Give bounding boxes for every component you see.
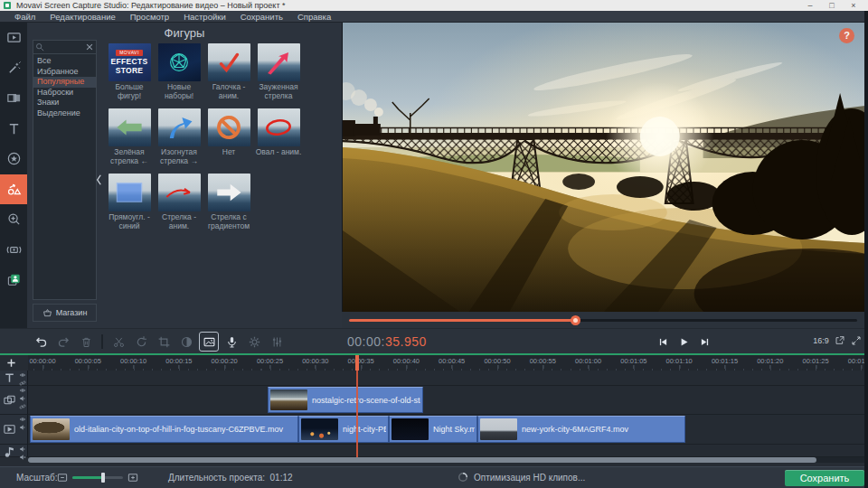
track-lane-video[interactable]: old-italian-city-on-top-of-hill-in-fog-t… <box>28 415 864 445</box>
shape-tile-check-anim[interactable]: Галочка - аним. <box>204 40 253 101</box>
category-popular[interactable]: Популярные <box>33 77 96 88</box>
menu-item-settings[interactable]: Настройки <box>176 11 233 23</box>
shapes-panel: Фигуры ВсеИзбранноеПопулярныеНаброскиЗна… <box>27 23 344 328</box>
eye-icon[interactable] <box>19 387 26 394</box>
sidebar-tool-filters[interactable] <box>0 53 27 84</box>
scrollbar-thumb[interactable] <box>28 457 816 463</box>
speaker-icon[interactable] <box>19 424 26 431</box>
menu-item-file[interactable]: Файл <box>7 11 42 23</box>
shape-tile-oval-anim[interactable]: Овал - аним. <box>254 105 303 166</box>
sidebar-tool-callouts[interactable] <box>0 265 27 296</box>
clip-thumbnail <box>480 418 517 440</box>
menu-item-edit[interactable]: Редактирование <box>42 11 122 23</box>
shape-tile-new-sets[interactable]: Новые наборы! <box>155 40 203 101</box>
clip-nostalgic-steam[interactable]: nostalgic-retro-scene-of-old-steam-engi <box>268 387 423 413</box>
sidebar-tool-titles[interactable] <box>0 114 27 145</box>
zoom-slider-fill <box>72 476 103 479</box>
zoom-in-button[interactable] <box>127 472 139 483</box>
properties-button[interactable] <box>267 332 287 352</box>
sidebar-tool-media[interactable] <box>0 23 27 53</box>
seek-handle[interactable] <box>571 315 580 325</box>
collapse-panel-chevron[interactable] <box>96 171 105 189</box>
shape-tile-label: Новые наборы! <box>155 83 203 101</box>
track-lane-overlay[interactable]: nostalgic-retro-scene-of-old-steam-engi <box>28 386 864 415</box>
menu-item-view[interactable]: Просмотр <box>123 11 176 23</box>
shape-tile-gradient-arrow[interactable]: Стрелка с градиентом <box>204 170 253 231</box>
redo-button[interactable] <box>53 332 73 352</box>
sidebar-tool-shapes[interactable] <box>0 174 27 205</box>
category-all[interactable]: Все <box>33 56 96 67</box>
shape-tile-rect-blue[interactable]: Прямоугл. - синий <box>105 170 154 231</box>
menu-item-save[interactable]: Сохранить <box>233 11 290 23</box>
menu-item-help[interactable]: Справка <box>290 11 338 23</box>
shape-tile-no-sign[interactable]: Нет <box>204 105 253 166</box>
shape-tile-arrow-anim[interactable]: Стрелка - аним. <box>155 170 203 231</box>
delete-button[interactable] <box>76 332 96 352</box>
category-sketches[interactable]: Наброски <box>33 88 96 99</box>
zoom-slider-handle[interactable] <box>101 473 105 483</box>
seek-bar[interactable] <box>349 319 857 322</box>
help-button[interactable]: ? <box>839 28 854 43</box>
search-bar[interactable] <box>33 41 96 54</box>
rotate-button[interactable] <box>131 332 151 352</box>
settings-button[interactable] <box>244 332 264 352</box>
clip-night-city[interactable]: night-city-PEUZQI <box>298 416 389 443</box>
shape-tile-narrow-arrow[interactable]: Зауженная стрелка <box>254 40 303 101</box>
clip-new-york-city[interactable]: new-york-city-6MAGRF4.mov <box>477 416 685 443</box>
speaker-icon[interactable] <box>19 395 26 402</box>
clip-label: new-york-city-6MAGRF4.mov <box>522 417 683 442</box>
category-highlight[interactable]: Выделение <box>33 108 96 119</box>
clip-night-sky[interactable]: Night Sky.mov <box>389 416 477 443</box>
record-audio-button[interactable] <box>222 332 241 352</box>
category-signs[interactable]: Знаки <box>33 98 96 108</box>
shape-tile-green-arrow-left[interactable]: Зелёная стрелка ← <box>105 105 154 166</box>
timeline-ruler[interactable]: 00:00:0000:00:0500:00:1000:00:1500:00:20… <box>28 355 864 371</box>
ruler-label: 00:01:30 <box>848 357 864 365</box>
previous-frame-button[interactable] <box>653 332 674 352</box>
next-frame-button[interactable] <box>694 332 715 352</box>
color-adjust-button[interactable] <box>176 332 196 352</box>
sidebar-tool-webcam[interactable] <box>0 235 27 266</box>
track-lane-audio[interactable] <box>28 445 864 457</box>
eye-icon[interactable] <box>19 416 26 423</box>
callouts-icon <box>6 272 22 287</box>
clip-old-italian-city[interactable]: old-italian-city-on-top-of-hill-in-fog-t… <box>30 416 298 443</box>
playhead[interactable] <box>356 355 358 457</box>
insert-image-button[interactable] <box>199 332 219 352</box>
clear-search-icon[interactable] <box>85 42 94 52</box>
link-icon[interactable] <box>19 403 26 410</box>
cut-button[interactable] <box>108 332 128 352</box>
shape-tile-curved-arrow-right[interactable]: Изогнутая стрелка → <box>155 105 203 166</box>
ruler-tick <box>452 365 453 369</box>
sidebar-tool-transitions[interactable] <box>0 83 27 114</box>
fullscreen-button[interactable] <box>850 333 863 348</box>
status-bar: Масштаб: Длительность проекта: 01:12 Опт… <box>0 466 868 488</box>
aspect-ratio-button[interactable]: 16:9 <box>812 333 830 348</box>
minimize-button[interactable]: – <box>799 0 821 11</box>
green-arrow-left-thumbnail <box>108 108 151 146</box>
shape-tile-more-shapes[interactable]: MOVAVIEFFECTS STOREБольше фигур! <box>105 40 154 101</box>
zoom-slider[interactable] <box>72 476 123 479</box>
store-button[interactable]: Магазин <box>33 304 97 322</box>
track-lane-titles[interactable] <box>28 371 864 386</box>
timeline-scrollbar[interactable] <box>28 457 864 463</box>
zoom-out-button[interactable] <box>56 472 69 483</box>
speaker-off-icon[interactable] <box>19 454 26 461</box>
play-button[interactable] <box>674 332 694 352</box>
seek-progress <box>349 319 575 322</box>
close-button[interactable]: × <box>843 0 864 11</box>
category-favorites[interactable]: Избранное <box>33 67 96 78</box>
maximize-button[interactable]: □ <box>821 0 843 11</box>
speaker-icon[interactable] <box>19 446 26 453</box>
sidebar-tool-pan-zoom[interactable] <box>0 204 27 235</box>
undo-button[interactable] <box>31 332 51 352</box>
sidebar-tool-stickers[interactable] <box>0 144 27 174</box>
add-track-button[interactable] <box>6 358 21 369</box>
detach-player-button[interactable] <box>834 333 846 348</box>
new-sets-thumbnail <box>158 43 201 81</box>
timecode-value: 35.950 <box>385 334 427 349</box>
save-button[interactable]: Сохранить <box>785 470 864 486</box>
eye-icon[interactable] <box>19 371 26 379</box>
video-preview[interactable]: ? <box>342 23 865 312</box>
crop-button[interactable] <box>154 332 174 352</box>
